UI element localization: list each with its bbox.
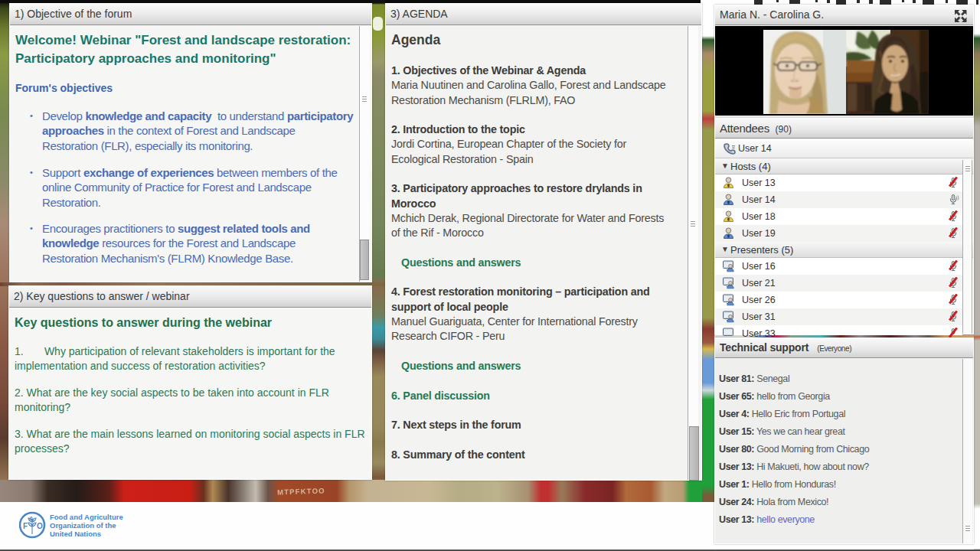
svg-text:F: F [23, 522, 28, 530]
svg-text:O: O [37, 522, 43, 530]
